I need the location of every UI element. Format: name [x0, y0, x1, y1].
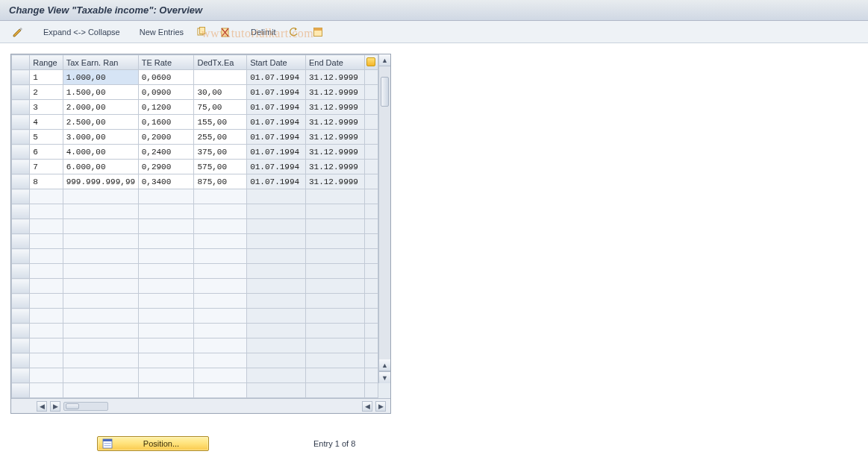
cell-te-rate[interactable]: 0,1200 — [138, 100, 194, 115]
cell-tax-earn[interactable]: 3.000,00 — [63, 130, 138, 145]
cell-end[interactable] — [305, 279, 364, 294]
vertical-scrollbar[interactable]: ▲ ▲ ▼ — [378, 54, 390, 383]
cell-tax-earn[interactable] — [63, 279, 138, 294]
cell-dedtx[interactable] — [194, 264, 247, 279]
col-header-start[interactable]: Start Date — [247, 55, 306, 70]
cell-end[interactable]: 31.12.9999 — [305, 130, 364, 145]
cell-te-rate[interactable]: 0,0600 — [138, 70, 194, 85]
cell-tax-earn[interactable] — [63, 338, 138, 353]
cell-end[interactable] — [305, 249, 364, 264]
scroll-down-arrow-icon[interactable]: ▼ — [379, 371, 390, 383]
cell-start[interactable] — [247, 264, 306, 279]
cell-dedtx[interactable] — [194, 324, 247, 338]
cell-te-rate[interactable]: 0,2900 — [138, 160, 194, 174]
cell-te-rate[interactable] — [138, 264, 194, 279]
cell-te-rate[interactable] — [138, 368, 194, 383]
hscroll-left2-arrow-icon[interactable]: ◀ — [362, 401, 372, 412]
cell-start[interactable]: 01.07.1994 — [247, 145, 306, 160]
cell-range[interactable] — [30, 189, 63, 204]
cell-dedtx[interactable] — [194, 294, 247, 309]
table-settings-button[interactable] — [364, 55, 378, 70]
row-selector[interactable] — [12, 85, 30, 100]
cell-tax-earn[interactable]: 6.000,00 — [63, 160, 138, 174]
row-selector[interactable] — [12, 353, 30, 368]
scroll-up-arrow2-icon[interactable]: ▲ — [379, 359, 390, 371]
cell-end[interactable] — [305, 234, 364, 249]
cell-end[interactable] — [305, 294, 364, 309]
cell-end[interactable] — [305, 383, 364, 398]
cell-range[interactable] — [30, 219, 63, 234]
cell-tax-earn[interactable]: 1.500,00 — [63, 85, 138, 100]
cell-tax-earn[interactable] — [63, 204, 138, 219]
cell-range[interactable]: 7 — [30, 160, 63, 174]
cell-dedtx[interactable] — [194, 383, 247, 398]
cell-dedtx[interactable] — [194, 219, 247, 234]
hscroll-right-arrow-icon[interactable]: ▶ — [50, 401, 60, 412]
cell-end[interactable] — [305, 353, 364, 368]
cell-start[interactable] — [247, 353, 306, 368]
undo-button[interactable] — [284, 24, 305, 40]
row-selector[interactable] — [12, 204, 30, 219]
cell-range[interactable] — [30, 368, 63, 383]
cell-te-rate[interactable]: 0,1600 — [138, 115, 194, 130]
cell-te-rate[interactable] — [138, 249, 194, 264]
cell-range[interactable]: 5 — [30, 130, 63, 145]
cell-start[interactable]: 01.07.1994 — [247, 160, 306, 174]
select-all-button[interactable] — [307, 24, 328, 40]
select-all-rows-corner[interactable] — [12, 55, 30, 70]
cell-te-rate[interactable] — [138, 324, 194, 338]
delimit-button[interactable]: Delimit — [246, 24, 281, 40]
cell-te-rate[interactable] — [138, 219, 194, 234]
cell-tax-earn[interactable] — [63, 383, 138, 398]
row-selector[interactable] — [12, 189, 30, 204]
cell-start[interactable] — [247, 383, 306, 398]
cell-te-rate[interactable] — [138, 383, 194, 398]
cell-tax-earn[interactable]: 4.000,00 — [63, 145, 138, 160]
cell-te-rate[interactable] — [138, 309, 194, 324]
hscroll-thumb[interactable] — [66, 403, 79, 409]
cell-te-rate[interactable] — [138, 279, 194, 294]
cell-tax-earn[interactable] — [63, 368, 138, 383]
copy-button[interactable] — [191, 24, 212, 40]
row-selector[interactable] — [12, 309, 30, 324]
cell-dedtx[interactable] — [194, 189, 247, 204]
cell-end[interactable] — [305, 309, 364, 324]
cell-dedtx[interactable] — [194, 249, 247, 264]
row-selector[interactable] — [12, 145, 30, 160]
hscroll-left-arrow-icon[interactable]: ◀ — [37, 401, 47, 412]
cell-dedtx[interactable]: 575,00 — [194, 160, 247, 174]
new-entries-button[interactable]: New Entries — [135, 24, 188, 40]
cell-te-rate[interactable] — [138, 353, 194, 368]
scroll-thumb[interactable] — [381, 77, 389, 107]
position-button[interactable]: Position... — [97, 436, 209, 451]
cell-te-rate[interactable]: 0,2000 — [138, 130, 194, 145]
cell-te-rate[interactable] — [138, 189, 194, 204]
cell-range[interactable] — [30, 309, 63, 324]
cell-range[interactable]: 6 — [30, 145, 63, 160]
cell-start[interactable]: 01.07.1994 — [247, 174, 306, 189]
cell-end[interactable]: 31.12.9999 — [305, 160, 364, 174]
cell-tax-earn[interactable]: 2.500,00 — [63, 115, 138, 130]
row-selector[interactable] — [12, 160, 30, 174]
cell-range[interactable] — [30, 383, 63, 398]
cell-end[interactable] — [305, 204, 364, 219]
row-selector[interactable] — [12, 130, 30, 145]
cell-start[interactable]: 01.07.1994 — [247, 100, 306, 115]
cell-tax-earn[interactable] — [63, 294, 138, 309]
scroll-up-arrow-icon[interactable]: ▲ — [379, 54, 390, 66]
cell-end[interactable] — [305, 338, 364, 353]
row-selector[interactable] — [12, 383, 30, 398]
cell-range[interactable]: 2 — [30, 85, 63, 100]
cell-start[interactable]: 01.07.1994 — [247, 130, 306, 145]
cell-start[interactable] — [247, 338, 306, 353]
col-header-tax-earn[interactable]: Tax Earn. Ran — [63, 55, 138, 70]
row-selector[interactable] — [12, 115, 30, 130]
cell-range[interactable]: 4 — [30, 115, 63, 130]
cell-end[interactable]: 31.12.9999 — [305, 70, 364, 85]
row-selector[interactable] — [12, 234, 30, 249]
cell-start[interactable] — [247, 279, 306, 294]
cell-start[interactable]: 01.07.1994 — [247, 70, 306, 85]
cell-tax-earn[interactable] — [63, 234, 138, 249]
col-header-range[interactable]: Range — [30, 55, 63, 70]
row-selector[interactable] — [12, 324, 30, 338]
